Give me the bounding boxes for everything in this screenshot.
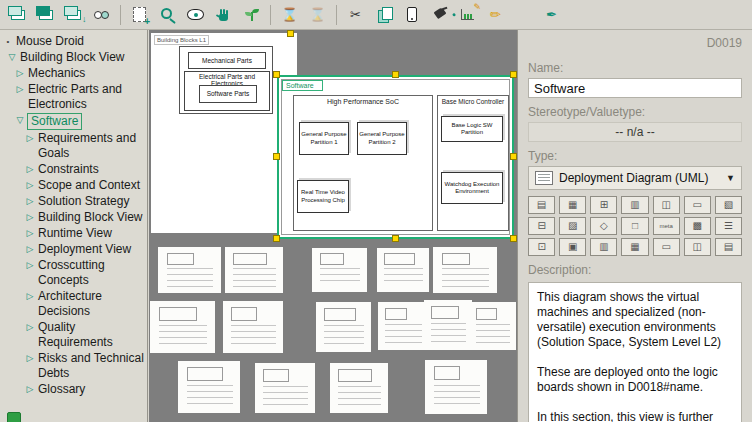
description-textarea[interactable]: This diagram shows the virtual machines … (528, 282, 742, 422)
tree-item-constraints[interactable]: ▷ Constraints (2, 162, 145, 177)
diagram-thumbnail[interactable] (150, 301, 215, 353)
tree-item-crosscutting-concepts[interactable]: ▷ Crosscutting Concepts (2, 258, 145, 288)
copy-button[interactable] (370, 3, 397, 27)
hourglass-outline-button[interactable]: ⌛ (304, 3, 331, 27)
card-stack-button[interactable] (4, 3, 31, 27)
diagram-type-option-icon[interactable]: ▥ (590, 238, 617, 256)
diagram-thumbnail[interactable] (223, 301, 283, 353)
diagram-type-option-icon[interactable]: ▣ (559, 238, 586, 256)
expand-arrow-icon[interactable]: ▷ (25, 210, 35, 225)
electrical-parts-box[interactable]: Electrical Parts and Electronics Softwar… (184, 71, 270, 111)
diagram-type-option-icon[interactable]: ⊡ (528, 238, 555, 256)
expand-arrow-icon[interactable]: ▷ (25, 351, 35, 381)
pen-nib-button[interactable]: ✒ (538, 3, 565, 27)
diagram-thumbnail[interactable] (312, 248, 367, 292)
selection-handle[interactable] (273, 235, 280, 242)
selection-handle[interactable] (287, 30, 294, 37)
plant-button[interactable] (238, 3, 265, 27)
gp-partition-1-node[interactable]: General Purpose Partition 1 (299, 122, 349, 155)
type-dropdown[interactable]: Deployment Diagram (UML) ▼ (528, 166, 742, 190)
diagram-type-option-icon[interactable]: ▨ (559, 217, 586, 235)
tree-item-software[interactable]: ▽ Software (2, 113, 145, 130)
tree-item-requirements-and-goals[interactable]: ▷ Requirements and Goals (2, 131, 145, 161)
tree-item-architecture-decisions[interactable]: ▷ Architecture Decisions (2, 289, 145, 319)
diagram-type-option-icon[interactable]: ◫ (684, 238, 711, 256)
high-performance-soc-container[interactable]: High Performance SoC General Purpose Par… (293, 95, 433, 231)
expand-arrow-icon[interactable]: ▷ (25, 258, 35, 288)
gp-partition-2-node[interactable]: General Purpose Partition 2 (357, 122, 407, 155)
visibility-button[interactable] (182, 3, 209, 27)
expand-arrow-icon[interactable]: ▷ (15, 82, 25, 112)
diagram-thumbnail[interactable] (255, 363, 315, 413)
selection-handle[interactable] (392, 71, 399, 78)
diagram-type-option-icon[interactable]: ◇ (590, 217, 617, 235)
diagram-thumbnail[interactable] (425, 360, 487, 414)
diagram-thumbnail[interactable] (378, 302, 428, 350)
diagram-type-option-icon[interactable]: ▭ (653, 238, 680, 256)
diagram-type-option-icon[interactable]: ▤ (528, 196, 555, 214)
expand-arrow-icon[interactable]: ▷ (25, 320, 35, 350)
expand-arrow-icon[interactable]: ▽ (7, 50, 17, 65)
diagram-type-option-icon[interactable]: ▧ (715, 196, 742, 214)
diagram-thumbnail[interactable] (470, 302, 516, 350)
card-stack-download-button[interactable] (60, 3, 87, 27)
tree-item-runtime-view[interactable]: ▷ Runtime View (2, 226, 145, 241)
diagram-type-option-icon[interactable]: ◫ (653, 196, 680, 214)
diagram-type-option-icon[interactable]: ▩ (684, 217, 711, 235)
software-diagram-page[interactable]: Software High Performance SoC General Pu… (277, 75, 514, 239)
selection-handle[interactable] (510, 153, 517, 160)
diagram-thumbnail[interactable] (424, 300, 472, 350)
diagram-thumbnail[interactable] (330, 363, 388, 413)
tree-item-mechanics[interactable]: ▷ Mechanics (2, 66, 145, 81)
diagram-type-option-icon[interactable]: meta (653, 217, 680, 235)
chart-edit-button[interactable] (454, 3, 481, 27)
pencil-button[interactable]: ✏ (482, 3, 509, 27)
diagram-thumbnail[interactable] (433, 247, 497, 293)
name-input[interactable] (528, 78, 742, 98)
selection-handle[interactable] (510, 71, 517, 78)
base-logic-sw-node[interactable]: Base Logic SW Partition (441, 116, 503, 142)
expand-arrow-icon[interactable]: ▽ (15, 113, 25, 130)
diagram-thumbnail[interactable] (158, 247, 221, 293)
diagram-type-option-icon[interactable]: ▦ (621, 238, 648, 256)
expand-arrow-icon[interactable]: • (3, 34, 13, 49)
cut-button[interactable]: ✂ (342, 3, 369, 27)
zoom-button[interactable] (154, 3, 181, 27)
stereotype-value[interactable]: -- n/a -- (528, 122, 742, 142)
diagram-type-option-icon[interactable]: □ (621, 217, 648, 235)
search-glasses-button[interactable] (88, 3, 115, 27)
base-micro-controller-container[interactable]: Base Micro Controller Base Logic SW Part… (437, 95, 509, 231)
expand-arrow-icon[interactable]: ▷ (25, 178, 35, 193)
smartphone-button[interactable] (398, 3, 425, 27)
tree-item-building-block-view[interactable]: ▽ Building Block View (2, 50, 145, 65)
pan-button[interactable] (210, 3, 237, 27)
diagram-type-option-icon[interactable]: ▥ (621, 196, 648, 214)
selection-handle[interactable] (510, 235, 517, 242)
expand-arrow-icon[interactable]: ▷ (25, 289, 35, 319)
selection-handle[interactable] (273, 71, 280, 78)
diagram-thumbnail[interactable] (178, 361, 240, 413)
diagram-thumbnail[interactable] (316, 302, 371, 352)
expand-arrow-icon[interactable]: ▷ (25, 131, 35, 161)
tree-item-solution-strategy[interactable]: ▷ Solution Strategy (2, 194, 145, 209)
diagram-thumbnail[interactable] (377, 248, 429, 292)
tree-item-scope-and-context[interactable]: ▷ Scope and Context (2, 178, 145, 193)
paint-pour-button[interactable] (426, 3, 453, 27)
expand-arrow-icon[interactable]: ▷ (25, 242, 35, 257)
diagram-type-option-icon[interactable]: ⊞ (590, 196, 617, 214)
expand-arrow-icon[interactable]: ▷ (25, 194, 35, 209)
tree-item-electric-parts-and-electronics[interactable]: ▷ Electric Parts and Electronics (2, 82, 145, 112)
expand-arrow-icon[interactable]: ▷ (15, 66, 25, 81)
diagram-type-option-icon[interactable]: ▭ (684, 196, 711, 214)
software-parts-box[interactable]: Software Parts (199, 85, 257, 103)
selection-handle[interactable] (273, 153, 280, 160)
expand-arrow-icon[interactable]: ▷ (25, 162, 35, 177)
watchdog-node[interactable]: Watchdog Execution Environment (441, 172, 503, 204)
expand-arrow-icon[interactable]: ▷ (25, 226, 35, 241)
diagram-type-option-icon[interactable]: ▤ (715, 238, 742, 256)
rt-video-chip-node[interactable]: Real Time Video Processing Chip (297, 180, 349, 213)
hourglass-filled-button[interactable]: ⌛ (276, 3, 303, 27)
expand-arrow-icon[interactable]: ▷ (25, 382, 35, 397)
tree-item-building-block-view-sub[interactable]: ▷ Building Block View (2, 210, 145, 225)
diagram-type-option-icon[interactable]: ☰ (715, 217, 742, 235)
